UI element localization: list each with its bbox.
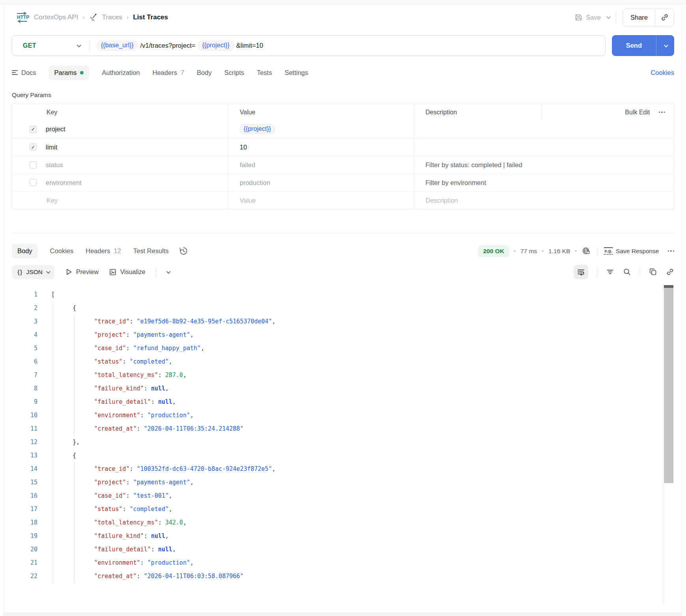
param-value[interactable]: {{project}} bbox=[240, 124, 275, 134]
response-tabs: BodyCookiesHeaders12Test Results bbox=[12, 244, 169, 258]
copy-icon[interactable] bbox=[649, 268, 657, 276]
format-select[interactable]: {} JSON bbox=[12, 265, 55, 279]
tab-count: 12 bbox=[114, 247, 121, 255]
request-tabs-row: DocsParamsAuthorizationHeaders7BodyScrip… bbox=[12, 63, 674, 82]
param-key[interactable]: limit bbox=[46, 144, 57, 151]
tab-scripts[interactable]: Scripts bbox=[224, 69, 244, 77]
visualize-button[interactable]: Visualize bbox=[109, 268, 145, 276]
save-options-chevron[interactable] bbox=[606, 16, 610, 19]
response-tab-headers[interactable]: Headers12 bbox=[86, 247, 121, 255]
breadcrumb-collection[interactable]: CortexOps API bbox=[34, 13, 78, 21]
indent-guide bbox=[53, 502, 53, 516]
send-button[interactable]: Send bbox=[612, 35, 674, 56]
url-box: GET {{base_url}}/v1/traces?project={{pro… bbox=[12, 35, 606, 56]
response-meta: 200 OK 77 ms 1.16 KB e.g bbox=[478, 245, 674, 257]
indent-guide bbox=[53, 476, 53, 489]
bulk-edit-button[interactable]: Bulk Edit bbox=[625, 109, 650, 116]
param-checkbox[interactable] bbox=[30, 161, 37, 168]
param-checkbox[interactable] bbox=[30, 179, 37, 186]
indent-guide bbox=[53, 569, 53, 583]
code-line: 8 "failure_kind": null, bbox=[12, 382, 662, 395]
param-description-cell: Filter by status: completed | failed bbox=[414, 156, 542, 174]
param-value[interactable]: production bbox=[240, 179, 270, 187]
indent-guide bbox=[53, 489, 53, 502]
url-input[interactable]: {{base_url}}/v1/traces?project={{project… bbox=[90, 41, 270, 50]
indent-guide bbox=[74, 556, 75, 569]
tab-authorization[interactable]: Authorization bbox=[102, 69, 140, 77]
tab-headers[interactable]: Headers7 bbox=[153, 69, 185, 77]
response-history-icon[interactable] bbox=[179, 246, 188, 256]
response-more-icon[interactable] bbox=[668, 250, 675, 252]
save-response-button[interactable]: e.g. Save Response bbox=[604, 247, 659, 254]
code-text: "environment": "production", bbox=[37, 409, 194, 422]
param-value-cell: {{project}} bbox=[228, 120, 414, 138]
viewer-divider bbox=[640, 267, 640, 277]
share-button[interactable]: Share bbox=[623, 9, 674, 26]
search-icon[interactable] bbox=[623, 268, 631, 276]
tab-label: Authorization bbox=[102, 69, 140, 77]
meta-dot bbox=[542, 250, 544, 252]
tab-settings[interactable]: Settings bbox=[285, 69, 308, 77]
tab-label: Cookies bbox=[50, 247, 74, 255]
word-wrap-icon[interactable] bbox=[574, 265, 588, 279]
code-text: "failure_detail": null, bbox=[37, 395, 176, 409]
link-icon[interactable] bbox=[666, 268, 674, 276]
response-tab-body[interactable]: Body bbox=[12, 244, 38, 258]
send-options-chevron[interactable] bbox=[656, 35, 674, 56]
breadcrumb-folder[interactable]: Traces bbox=[102, 13, 122, 21]
param-key[interactable]: project bbox=[46, 125, 65, 133]
line-number: 14 bbox=[12, 462, 37, 476]
code-text: "project": "payments-agent", bbox=[37, 328, 194, 342]
code-line: 21 "environment": "production", bbox=[12, 556, 662, 569]
line-number: 1 bbox=[12, 288, 37, 301]
actions-divider bbox=[616, 11, 616, 23]
tab-docs[interactable]: Docs bbox=[12, 69, 36, 77]
indent-guide bbox=[53, 422, 53, 435]
response-size[interactable]: 1.16 KB bbox=[548, 248, 570, 255]
format-label: JSON bbox=[26, 269, 43, 276]
param-row-end bbox=[542, 120, 674, 138]
param-value[interactable]: 10 bbox=[240, 144, 247, 151]
param-value-placeholder[interactable]: Value bbox=[240, 197, 256, 204]
indent-guide bbox=[74, 382, 75, 395]
param-description[interactable]: Filter by environment bbox=[425, 179, 486, 187]
param-description-cell: Filter by environment bbox=[414, 174, 542, 191]
params-more-icon[interactable] bbox=[659, 112, 665, 113]
param-description[interactable]: Filter by status: completed | failed bbox=[425, 161, 522, 169]
response-time[interactable]: 77 ms bbox=[520, 248, 537, 255]
method-select[interactable]: GET bbox=[12, 42, 89, 49]
param-key-placeholder[interactable]: Key bbox=[47, 197, 58, 204]
param-value[interactable]: failed bbox=[240, 161, 255, 169]
param-key-cell: status bbox=[12, 156, 228, 174]
indent-guide bbox=[74, 476, 75, 489]
response-tab-test-results[interactable]: Test Results bbox=[133, 247, 169, 255]
tab-body[interactable]: Body bbox=[197, 69, 212, 77]
param-description-cell bbox=[414, 138, 542, 156]
viewer-options-chevron[interactable] bbox=[166, 271, 170, 274]
param-key-cell: environment bbox=[12, 174, 228, 191]
response-tab-cookies[interactable]: Cookies bbox=[50, 247, 74, 255]
copy-link-icon[interactable] bbox=[656, 9, 674, 26]
param-key[interactable]: environment bbox=[46, 179, 82, 187]
tab-params[interactable]: Params bbox=[49, 65, 89, 80]
tab-label: Scripts bbox=[224, 69, 244, 77]
preview-button[interactable]: Preview bbox=[65, 268, 99, 276]
param-checkbox[interactable] bbox=[30, 144, 37, 151]
tab-tests[interactable]: Tests bbox=[257, 69, 272, 77]
response-body-viewer[interactable]: 1[2 {3 "trace_id": "e19ef5d6-8b92-4e35-9… bbox=[12, 284, 674, 604]
network-info-icon[interactable] bbox=[582, 246, 591, 256]
code-line: 3 "trace_id": "e19ef5d6-8b92-4e35-95ef-c… bbox=[12, 315, 662, 328]
param-description-placeholder[interactable]: Description bbox=[425, 197, 458, 204]
param-key[interactable]: status bbox=[46, 161, 63, 169]
param-checkbox[interactable] bbox=[30, 126, 37, 133]
breadcrumb: CortexOps API › Traces › List Traces bbox=[34, 13, 168, 22]
param-description-cell: Description bbox=[414, 192, 542, 209]
status-badge[interactable]: 200 OK bbox=[478, 245, 509, 257]
window-top-strip bbox=[0, 0, 686, 4]
scrollbar-thumb[interactable] bbox=[664, 285, 673, 483]
cookies-link[interactable]: Cookies bbox=[651, 69, 674, 77]
filter-icon[interactable] bbox=[606, 268, 614, 276]
code-line: 7 "total_latency_ms": 287.0, bbox=[12, 368, 662, 382]
save-button[interactable]: Save bbox=[574, 13, 601, 22]
code-text: "total_latency_ms": 287.0, bbox=[37, 368, 186, 382]
